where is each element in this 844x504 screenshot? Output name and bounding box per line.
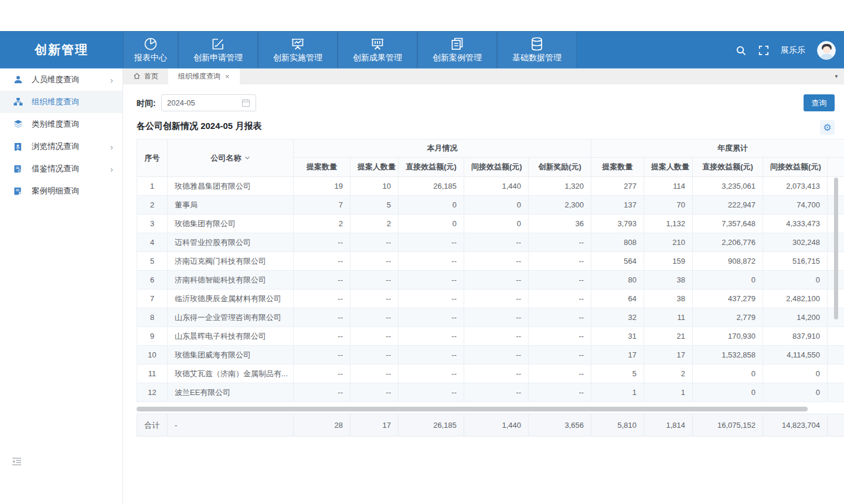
- value-cell: --: [464, 383, 529, 402]
- value-cell: 17: [350, 414, 399, 437]
- value-cell: 3,656: [529, 414, 591, 437]
- total-company: -: [168, 414, 294, 437]
- row-no: 10: [137, 346, 168, 365]
- tab-org-dimension[interactable]: 组织维度查询 ×: [168, 69, 240, 84]
- sidebar-item-category-dimension[interactable]: 类别维度查询: [0, 113, 122, 135]
- sidebar-item-label: 类别维度查询: [32, 119, 79, 130]
- fullscreen-icon[interactable]: [758, 45, 769, 56]
- value-cell: 210: [644, 233, 693, 252]
- time-filter-input[interactable]: 2024-05: [161, 94, 256, 111]
- col-header: 提案数量: [591, 158, 644, 177]
- value-cell: 5: [350, 196, 399, 214]
- collapse-sidebar-icon[interactable]: [12, 457, 22, 468]
- value-cell: 64: [591, 290, 644, 308]
- gear-icon[interactable]: ⚙: [820, 120, 835, 135]
- sidebar-item-case-detail[interactable]: 案例明细查询: [0, 180, 122, 202]
- home-icon: [133, 72, 141, 81]
- company-name: 济南迈克阀门科技有限公司: [168, 252, 294, 271]
- nav-item-innovation-results[interactable]: 创新成果管理: [338, 32, 417, 68]
- nav-item-innovation-implement[interactable]: 创新实施管理: [258, 32, 338, 68]
- value-cell: 277: [591, 177, 644, 196]
- nav-label: 创新实施管理: [273, 53, 322, 63]
- query-button[interactable]: 查询: [804, 94, 835, 111]
- value-cell: --: [464, 233, 529, 252]
- value-cell: 2,482,100: [763, 290, 828, 308]
- person-icon: [13, 75, 23, 84]
- presentation-bars-icon: [370, 36, 385, 52]
- value-cell: 0: [763, 365, 828, 383]
- value-cell: --: [529, 233, 591, 252]
- nav-label: 报表中心: [134, 53, 167, 63]
- nav-item-innovation-apply[interactable]: 创新申请管理: [178, 32, 258, 68]
- company-name: 玫德艾瓦兹（济南）金属制品有...: [168, 365, 294, 383]
- col-header: 提案人数量: [644, 158, 693, 177]
- company-name: 山东晨晖电子科技有限公司: [168, 327, 294, 346]
- user-name[interactable]: 展乐乐: [781, 45, 805, 56]
- value-cell: --: [529, 271, 591, 290]
- value-cell: --: [350, 308, 399, 327]
- value-cell: 2: [644, 365, 693, 383]
- sort-caret-icon[interactable]: [244, 153, 250, 162]
- sidebar-item-browse-status[interactable]: 浏览情况查询 ›: [0, 135, 122, 158]
- value-cell: --: [529, 308, 591, 327]
- calendar-icon[interactable]: [241, 98, 250, 107]
- value-cell: --: [464, 252, 529, 271]
- value-cell: [828, 346, 844, 365]
- topbar-right: 展乐乐: [736, 32, 836, 69]
- nav-item-base-data[interactable]: 基础数据管理: [497, 32, 577, 68]
- col-header: 间接效益额(元): [763, 158, 828, 177]
- chevron-right-icon: ›: [110, 165, 113, 173]
- chevron-down-icon[interactable]: ▼: [834, 74, 839, 79]
- value-cell: --: [399, 308, 464, 327]
- value-cell: 0: [693, 271, 763, 290]
- sidebar-item-reference-status[interactable]: 借鉴情况查询 ›: [0, 158, 122, 180]
- doc-detail-icon: [13, 187, 23, 196]
- value-cell: 17: [644, 346, 693, 365]
- nav-label: 基础数据管理: [512, 53, 561, 63]
- badge-icon: [13, 142, 23, 151]
- chevron-right-icon: ›: [110, 76, 113, 84]
- value-cell: --: [464, 346, 529, 365]
- value-cell: --: [294, 346, 350, 365]
- sidebar-item-label: 浏览情况查询: [32, 141, 79, 152]
- sidebar-item-person-dimension[interactable]: 人员维度查询 ›: [0, 69, 122, 91]
- tab-home[interactable]: 首页: [123, 69, 168, 84]
- col-header: 间接效益额(元): [464, 158, 529, 177]
- value-cell: 2,073,413: [763, 177, 828, 196]
- value-cell: --: [350, 252, 399, 271]
- value-cell: 28: [294, 414, 350, 437]
- search-icon[interactable]: [736, 45, 747, 56]
- doc-star-icon: [13, 165, 23, 173]
- value-cell: 516,715: [763, 252, 828, 271]
- value-cell: --: [294, 290, 350, 308]
- tab-label: 组织维度查询: [178, 71, 220, 81]
- sidebar-item-org-dimension[interactable]: 组织维度查询: [0, 91, 122, 113]
- value-cell: --: [350, 327, 399, 346]
- value-cell: --: [294, 383, 350, 402]
- value-cell: 0: [763, 383, 828, 402]
- value-cell: 2,779: [693, 308, 763, 327]
- company-name: 济南科德智能科技有限公司: [168, 271, 294, 290]
- close-icon[interactable]: ×: [225, 72, 230, 81]
- value-cell: 2: [294, 214, 350, 233]
- value-cell: 7,357,648: [693, 214, 763, 233]
- nav-item-report-center[interactable]: 报表中心: [123, 32, 178, 68]
- avatar[interactable]: [817, 41, 836, 60]
- sidebar-item-label: 人员维度查询: [32, 74, 79, 85]
- value-cell: 10: [350, 177, 399, 196]
- value-cell: 17: [591, 346, 644, 365]
- nav-item-innovation-cases[interactable]: 创新案例管理: [417, 32, 497, 68]
- company-name: 波兰EE有限公司: [168, 383, 294, 402]
- table-row: 8山东得一企业管理咨询有限公司----------32112,77914,200: [137, 308, 844, 327]
- value-cell: 3,235,061: [693, 177, 763, 196]
- value-cell: 1,532,858: [693, 346, 763, 365]
- edit-icon: [210, 36, 226, 52]
- horizontal-scrollbar[interactable]: [137, 407, 808, 411]
- value-cell: --: [529, 290, 591, 308]
- value-cell: 159: [644, 252, 693, 271]
- value-cell: --: [294, 233, 350, 252]
- vertical-scrollbar[interactable]: [834, 178, 838, 319]
- value-cell: --: [399, 327, 464, 346]
- value-cell: 4,114,550: [763, 346, 828, 365]
- layers-icon: [13, 120, 23, 129]
